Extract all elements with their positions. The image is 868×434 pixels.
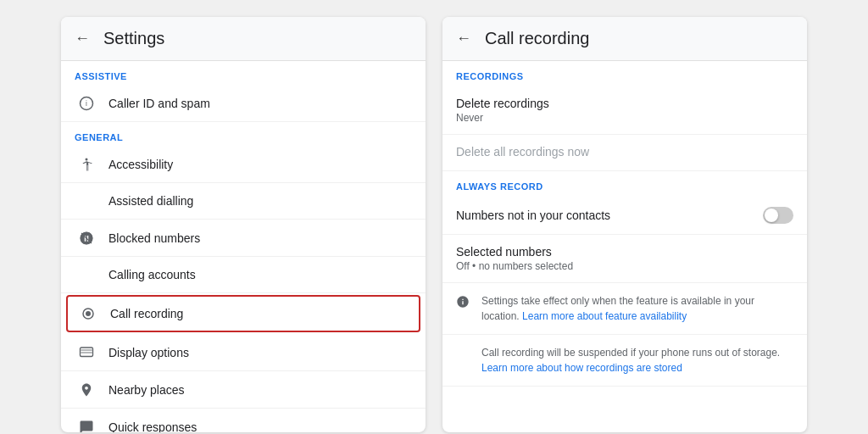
info-box-storage: Call recording will be suspended if your… (442, 335, 807, 387)
delete-recordings-subtitle: Never (456, 112, 793, 124)
selected-numbers-item[interactable]: Selected numbers Off • no numbers select… (442, 235, 807, 283)
blocked-numbers-label: Blocked numbers (108, 231, 200, 245)
info-icon-1 (456, 295, 471, 309)
record-icon (76, 306, 100, 321)
settings-item-accessibility[interactable]: Accessibility (61, 146, 426, 183)
settings-item-call-recording[interactable]: Call recording (66, 295, 420, 332)
quick-responses-label: Quick responses (108, 420, 197, 433)
settings-item-display-options[interactable]: Display options (61, 334, 426, 371)
settings-item-calling-accounts[interactable]: Calling accounts (61, 257, 426, 293)
feature-availability-link[interactable]: Learn more about feature availability (522, 310, 687, 322)
recording-content: RECORDINGS Delete recordings Never Delet… (442, 61, 807, 432)
settings-title: Settings (103, 29, 164, 48)
recordings-section-label: RECORDINGS (442, 61, 807, 86)
info-text-storage: Call recording will be suspended if your… (481, 345, 793, 376)
delete-all-recordings-item[interactable]: Delete all recordings now (442, 135, 807, 171)
general-section-label: GENERAL (61, 122, 426, 146)
selected-numbers-subtitle: Off • no numbers selected (456, 260, 793, 272)
call-recording-back-button[interactable]: ← (456, 30, 471, 47)
delete-recordings-title: Delete recordings (456, 97, 793, 110)
settings-item-assisted-dialling[interactable]: Assisted dialling (61, 183, 426, 220)
settings-item-quick-responses[interactable]: Quick responses (61, 409, 426, 432)
settings-list: ASSISTIVE i Caller ID and spam GENERAL (61, 61, 426, 432)
settings-item-nearby-places[interactable]: Nearby places (61, 371, 426, 409)
assistive-section-label: ASSISTIVE (61, 61, 426, 85)
numbers-not-contacts-text: Numbers not in your contacts (456, 209, 610, 222)
blocked-icon (75, 231, 98, 246)
settings-item-caller-id[interactable]: i Caller ID and spam (61, 85, 426, 122)
numbers-not-contacts-item[interactable]: Numbers not in your contacts (442, 197, 807, 235)
caller-id-label: Caller ID and spam (108, 97, 210, 110)
caller-id-icon: i (75, 96, 98, 111)
panels-container: ← Settings ASSISTIVE i Caller ID and spa… (0, 0, 868, 434)
display-options-label: Display options (108, 346, 189, 359)
svg-text:i: i (86, 100, 87, 108)
assisted-dialling-label: Assisted dialling (108, 194, 193, 208)
info-box-location: Settings take effect only when the featu… (442, 283, 807, 335)
chat-icon (75, 420, 98, 433)
svg-rect-7 (81, 348, 93, 357)
info-text-location: Settings take effect only when the featu… (481, 293, 793, 324)
call-recording-title: Call recording (485, 29, 589, 48)
call-recording-panel: ← Call recording RECORDINGS Delete recor… (442, 17, 807, 432)
svg-point-6 (86, 311, 91, 316)
call-recording-header: ← Call recording (442, 17, 807, 61)
recordings-stored-link[interactable]: Learn more about how recordings are stor… (481, 362, 682, 374)
back-button[interactable]: ← (75, 30, 90, 47)
call-recording-label: Call recording (110, 307, 183, 320)
calling-accounts-label: Calling accounts (108, 268, 196, 281)
settings-item-blocked-numbers[interactable]: Blocked numbers (61, 220, 426, 257)
accessibility-label: Accessibility (108, 158, 173, 171)
display-icon (75, 345, 98, 360)
nearby-places-label: Nearby places (108, 383, 185, 397)
always-record-section-label: ALWAYS RECORD (442, 171, 807, 197)
delete-recordings-item[interactable]: Delete recordings Never (442, 86, 807, 135)
numbers-not-contacts-title: Numbers not in your contacts (456, 209, 610, 222)
accessibility-icon (75, 157, 98, 172)
delete-all-recordings-label: Delete all recordings now (456, 145, 793, 159)
selected-numbers-title: Selected numbers (456, 245, 793, 259)
numbers-not-contacts-toggle[interactable] (763, 207, 793, 224)
settings-header: ← Settings (61, 17, 426, 61)
svg-point-2 (86, 158, 88, 160)
settings-panel: ← Settings ASSISTIVE i Caller ID and spa… (61, 17, 426, 432)
location-icon (75, 382, 98, 398)
